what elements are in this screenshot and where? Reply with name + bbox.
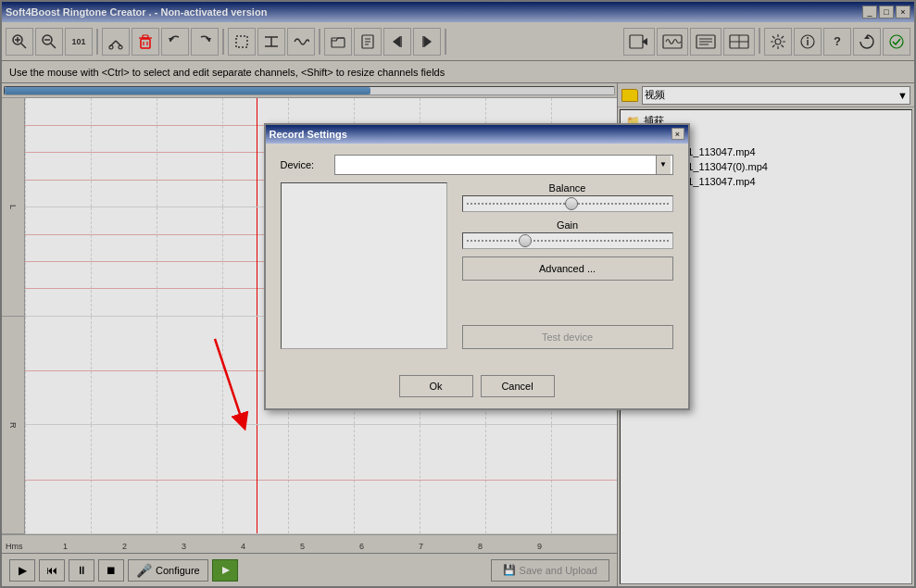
dialog-titlebar: Record Settings × (266, 125, 688, 144)
balance-group: Balance (462, 182, 673, 212)
ok-button[interactable]: Ok (399, 375, 473, 397)
main-window: Soft4Boost Ringtone Creator . - Non-acti… (0, 0, 916, 588)
gain-thumb[interactable] (519, 234, 532, 247)
gain-group: Gain (462, 219, 673, 249)
balance-slider[interactable] (462, 195, 673, 212)
cancel-button[interactable]: Cancel (481, 375, 555, 397)
gain-dotted-line (467, 240, 669, 242)
dialog-right-controls: Balance Gain (462, 182, 673, 349)
gain-line (467, 240, 669, 242)
dialog-close-button[interactable]: × (671, 128, 684, 140)
dialog-left-panel (281, 182, 447, 349)
device-row: Device: ▼ (281, 155, 673, 175)
advanced-button[interactable]: Advanced ... (462, 256, 673, 281)
ok-label: Ok (429, 381, 442, 392)
dialog-content: Device: ▼ Balance (266, 144, 688, 368)
record-settings-dialog: Record Settings × Device: ▼ (264, 123, 690, 410)
dialog-main-row: Balance Gain (281, 182, 673, 349)
advanced-label: Advanced ... (539, 263, 596, 274)
gain-slider[interactable] (462, 232, 673, 249)
device-select[interactable]: ▼ (334, 155, 673, 175)
dialog-footer: Ok Cancel (266, 368, 688, 408)
cancel-label: Cancel (501, 381, 533, 392)
test-device-button[interactable]: Test device (462, 325, 673, 349)
balance-label: Balance (462, 182, 673, 194)
device-label: Device: (281, 159, 327, 170)
select-arrow-icon: ▼ (656, 156, 671, 174)
dialog-overlay: Record Settings × Device: ▼ (0, 0, 916, 588)
test-device-label: Test device (542, 332, 593, 343)
gain-label: Gain (462, 219, 673, 231)
spacer (462, 288, 673, 318)
dialog-title: Record Settings (270, 129, 347, 140)
balance-thumb[interactable] (565, 197, 578, 210)
